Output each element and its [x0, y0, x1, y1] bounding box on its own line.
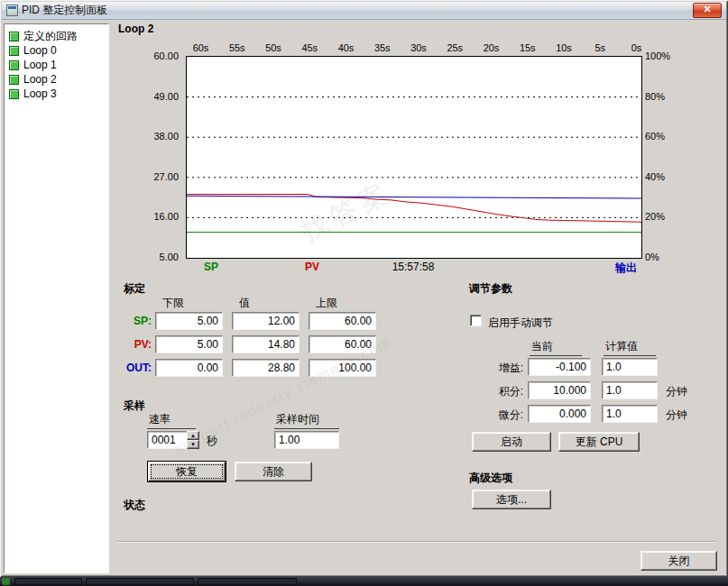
x-tick-label: 5s [594, 42, 605, 53]
y-tick-left-label: 16.00 [124, 211, 179, 222]
sp-value-field[interactable] [232, 312, 299, 330]
window-title: PID 整定控制面板 [22, 3, 107, 18]
rate-input[interactable] [147, 431, 188, 449]
rate-spinbox: ▲ ▼ [147, 431, 199, 449]
derivative-calculated-field[interactable] [602, 405, 658, 423]
x-tick-label: 35s [374, 42, 391, 53]
taskbar-button-fragment[interactable] [86, 578, 194, 585]
pv-row-label: PV: [114, 338, 152, 351]
clear-button[interactable]: 清除 [235, 462, 312, 481]
app-icon [6, 5, 18, 16]
integral-current-field[interactable] [528, 381, 591, 399]
integral-calculated-field[interactable] [602, 381, 658, 399]
gain-current-field[interactable] [528, 358, 591, 376]
out-value-field[interactable] [232, 359, 299, 377]
out-row-label: OUT: [114, 362, 152, 374]
col-head-value: 值 [237, 296, 286, 313]
y-tick-right-label: 100% [645, 50, 670, 61]
manual-tuning-label: 启用手动调节 [488, 316, 553, 331]
manual-tuning-checkbox[interactable] [470, 315, 482, 326]
x-tick-label: 60s [193, 42, 209, 53]
pid-tuning-dialog: PID 整定控制面板 ✕ 定义的回路 Loop 0 Loop 1 Loop 2 … [0, 0, 728, 577]
sp-low-field[interactable] [155, 312, 223, 330]
y-tick-left-label: 49.00 [124, 91, 179, 102]
y-tick-right-label: 80% [645, 91, 665, 102]
sampling-title: 采样 [124, 398, 145, 414]
chart-plot [186, 56, 642, 259]
tree-item-label: Loop 3 [23, 87, 57, 100]
tree-item-label: Loop 0 [23, 44, 57, 57]
tree-item-loop-0[interactable]: Loop 0 [5, 43, 108, 58]
rate-spin-down-button[interactable]: ▼ [187, 440, 199, 449]
taskbar-button-fragment[interactable] [14, 578, 82, 585]
sp-row-label: SP: [114, 315, 152, 327]
y-tick-left-label: 60.00 [124, 50, 179, 61]
x-tick-label: 30s [410, 42, 427, 53]
pv-low-field[interactable] [155, 335, 223, 353]
col-head-calculated: 计算值 [604, 339, 656, 356]
y-tick-right-label: 60% [645, 131, 665, 142]
spin-up-icon: ▲ [190, 433, 196, 438]
integral-unit-label: 分钟 [666, 384, 687, 399]
tree-item-label: Loop 1 [23, 59, 57, 71]
tree-item-loop-2[interactable]: Loop 2 [5, 72, 108, 87]
x-tick-label: 20s [484, 42, 500, 53]
options-button[interactable]: 选项... [472, 490, 551, 509]
rate-unit-label: 秒 [207, 434, 217, 449]
col-head-low: 下限 [161, 296, 209, 313]
tuning-title: 调节参数 [469, 281, 512, 297]
tree-item-label: Loop 2 [23, 73, 57, 86]
start-button[interactable]: 启动 [472, 432, 551, 452]
loop-block-icon [9, 60, 19, 70]
y-tick-right-label: 20% [645, 211, 665, 222]
close-dialog-button[interactable]: 关闭 [640, 551, 717, 571]
tree-item-label: 定义的回路 [23, 29, 78, 44]
derivative-current-field[interactable] [528, 405, 591, 423]
y-tick-left-label: 5.00 [124, 252, 179, 262]
x-tick-label: 0s [631, 42, 642, 53]
pv-high-field[interactable] [309, 335, 376, 353]
col-head-current: 当前 [530, 339, 582, 356]
derivative-label: 微分: [467, 407, 523, 423]
x-tick-label: 55s [229, 42, 245, 53]
taskbar-start-fragment[interactable] [2, 578, 10, 585]
tree-item-defined-loops[interactable]: 定义的回路 [5, 29, 108, 43]
sample-time-label: 采样时间 [274, 412, 339, 429]
y-tick-right-label: 0% [645, 252, 659, 262]
titlebar: PID 整定控制面板 ✕ [2, 2, 726, 20]
x-tick-label: 45s [301, 42, 318, 53]
pv-value-field[interactable] [232, 335, 299, 353]
gain-calculated-field[interactable] [602, 358, 658, 376]
integral-label: 积分: [467, 384, 523, 399]
chart-timestamp: 15:57:58 [186, 261, 640, 273]
derivative-unit-label: 分钟 [666, 407, 687, 423]
loop-block-icon [9, 32, 19, 41]
separator [117, 541, 717, 543]
rate-label: 速率 [147, 412, 196, 429]
y-tick-left-label: 27.00 [124, 171, 179, 182]
loop-block-icon [9, 46, 19, 56]
x-tick-label: 40s [338, 42, 355, 53]
tree-item-loop-3[interactable]: Loop 3 [5, 87, 108, 101]
sp-high-field[interactable] [309, 312, 376, 330]
restore-button[interactable]: 恢复 [148, 462, 226, 481]
x-tick-label: 50s [265, 42, 281, 53]
x-tick-label: 15s [520, 42, 536, 53]
out-low-field[interactable] [155, 359, 223, 377]
tree-item-loop-1[interactable]: Loop 1 [5, 58, 108, 72]
spin-down-icon: ▼ [190, 442, 196, 447]
taskbar-button-fragment[interactable] [198, 578, 297, 585]
legend-output: 输出 [615, 261, 637, 276]
loop-block-icon [9, 75, 19, 85]
status-title: 状态 [124, 498, 145, 513]
x-tick-label: 10s [556, 42, 572, 53]
rate-spin-up-button[interactable]: ▲ [187, 431, 199, 440]
update-cpu-button[interactable]: 更新 CPU [558, 432, 640, 452]
advanced-title: 高级选项 [469, 471, 512, 486]
y-tick-right-label: 40% [645, 171, 665, 182]
out-high-field[interactable] [309, 359, 376, 377]
scaling-title: 标定 [124, 281, 145, 297]
sample-time-field[interactable] [274, 431, 339, 449]
close-window-button[interactable]: ✕ [693, 3, 722, 18]
loop-tree: 定义的回路 Loop 0 Loop 1 Loop 2 Loop 3 [4, 23, 109, 573]
